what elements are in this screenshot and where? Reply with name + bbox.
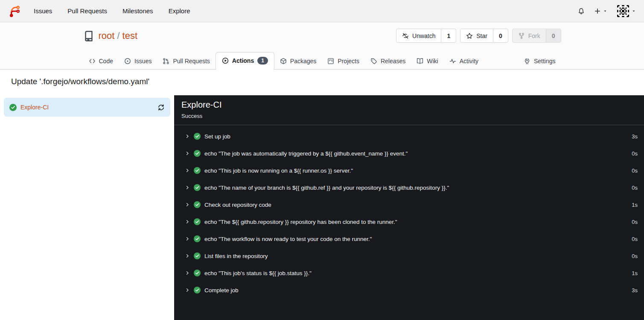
plus-icon (594, 8, 601, 15)
fork-button-group: Fork 0 (512, 29, 561, 43)
chevron-right-icon[interactable] (185, 185, 190, 190)
repo-name-link[interactable]: test (122, 30, 137, 41)
tab-label: Projects (338, 58, 359, 65)
repo-tabs: Code Issues Pull Requests Actions 1 Pack… (83, 52, 561, 69)
unwatch-button[interactable]: Unwatch (396, 29, 441, 42)
step-row[interactable]: echo "The job was automatically triggere… (174, 145, 644, 162)
rerun-job-icon[interactable] (157, 104, 165, 111)
step-duration: 3s (632, 287, 638, 294)
nav-link-pull-requests[interactable]: Pull Requests (67, 7, 107, 15)
job-item-explore-ci[interactable]: Explore-CI (4, 98, 170, 117)
tab-projects[interactable]: Projects (322, 53, 365, 69)
star-button[interactable]: Star (460, 29, 493, 42)
tab-actions[interactable]: Actions 1 (216, 52, 274, 70)
step-duration: 0s (632, 185, 638, 191)
step-row[interactable]: echo "The name of your branch is ${{ git… (174, 179, 644, 196)
step-duration: 0s (632, 253, 638, 259)
step-row[interactable]: echo "This job's status is ${{ job.statu… (174, 264, 644, 282)
tab-activity[interactable]: Activity (444, 53, 484, 69)
step-row[interactable]: echo "The workflow is now ready to test … (174, 230, 644, 247)
step-name: echo "The ${{ github.repository }} repos… (204, 219, 397, 225)
step-row[interactable]: Complete job 3s (174, 282, 644, 299)
pull-request-icon (163, 58, 169, 65)
step-success-icon (194, 150, 201, 157)
forgejo-logo-icon[interactable] (8, 5, 21, 18)
chevron-right-icon[interactable] (185, 219, 190, 224)
repo-action-buttons: Unwatch 1 Star 0 Fork 0 (396, 29, 561, 43)
bell-icon[interactable] (578, 8, 585, 15)
fork-icon (518, 32, 525, 39)
step-name: List files in the repository (204, 253, 268, 259)
star-count[interactable]: 0 (493, 29, 508, 42)
step-success-icon (194, 218, 201, 225)
step-success-icon (194, 167, 201, 174)
job-success-icon (9, 104, 17, 111)
step-duration: 3s (632, 133, 638, 140)
tab-label: Actions (232, 57, 254, 64)
tab-label: Activity (460, 58, 478, 65)
user-menu-dropdown[interactable] (617, 5, 636, 18)
nav-link-issues[interactable]: Issues (34, 7, 52, 15)
step-row[interactable]: List files in the repository 0s (174, 247, 644, 264)
workflow-run-view: Explore-CI Explore-CI Success Set up job… (0, 95, 644, 320)
create-new-dropdown[interactable] (594, 8, 607, 15)
chevron-right-icon[interactable] (185, 151, 190, 156)
step-success-icon (194, 184, 201, 191)
nav-link-explore[interactable]: Explore (169, 7, 190, 15)
fork-button: Fork (513, 29, 546, 42)
page-title-wrap: Update '.forgejo/workflows/demo.yaml' (0, 70, 644, 95)
star-button-group: Star 0 (460, 29, 508, 43)
pulse-icon (449, 58, 456, 65)
step-success-icon (194, 270, 201, 276)
tab-releases[interactable]: Releases (365, 53, 411, 69)
tag-icon (370, 58, 377, 65)
step-duration: 0s (632, 150, 638, 157)
tab-packages[interactable]: Packages (274, 53, 322, 69)
actions-count-badge: 1 (257, 57, 268, 65)
step-row[interactable]: Set up job 3s (174, 128, 644, 145)
chevron-right-icon[interactable] (185, 236, 190, 241)
star-label: Star (476, 32, 487, 39)
step-duration: 0s (632, 167, 638, 174)
job-name: Explore-CI (20, 104, 49, 111)
tab-settings[interactable]: Settings (518, 53, 561, 69)
step-row[interactable]: echo "The ${{ github.repository }} repos… (174, 213, 644, 230)
repo-owner-link[interactable]: root (99, 30, 115, 41)
tab-issues[interactable]: Issues (119, 53, 157, 69)
tab-label: Code (99, 58, 113, 65)
play-circle-icon (222, 57, 229, 64)
chevron-right-icon[interactable] (185, 202, 190, 207)
chevron-right-icon[interactable] (185, 168, 190, 173)
step-success-icon (194, 201, 201, 208)
issue-icon (124, 58, 131, 65)
star-icon (466, 32, 473, 39)
tab-code[interactable]: Code (83, 53, 119, 69)
chevron-right-icon[interactable] (185, 253, 190, 258)
job-panel-header: Explore-CI Success (174, 95, 644, 125)
step-name: Check out repository code (204, 202, 271, 208)
jobs-sidebar: Explore-CI (0, 95, 174, 320)
job-panel-title: Explore-CI (181, 100, 637, 110)
step-success-icon (194, 287, 201, 294)
tab-label: Pull Requests (173, 58, 210, 65)
step-name: echo "This job is now running on a ${{ r… (204, 167, 353, 174)
step-success-icon (194, 133, 201, 140)
tab-label: Wiki (427, 58, 438, 65)
step-duration: 1s (632, 270, 638, 276)
repo-icon (83, 30, 94, 41)
step-name: Set up job (204, 133, 230, 140)
tab-wiki[interactable]: Wiki (411, 53, 443, 69)
repo-title-row: root / test Unwatch 1 Star 0 (83, 29, 561, 43)
step-duration: 0s (632, 236, 638, 242)
chevron-right-icon[interactable] (185, 288, 190, 293)
tab-pull-requests[interactable]: Pull Requests (157, 53, 215, 69)
step-name: echo "The workflow is now ready to test … (204, 236, 372, 242)
job-status-text: Success (181, 113, 637, 119)
nav-link-milestones[interactable]: Milestones (122, 7, 153, 15)
chevron-right-icon[interactable] (185, 134, 190, 139)
step-name: echo "The name of your branch is ${{ git… (204, 185, 449, 191)
chevron-right-icon[interactable] (185, 270, 190, 276)
step-row[interactable]: echo "This job is now running on a ${{ r… (174, 162, 644, 179)
watch-count[interactable]: 1 (441, 29, 456, 42)
step-row[interactable]: Check out repository code 1s (174, 196, 644, 213)
